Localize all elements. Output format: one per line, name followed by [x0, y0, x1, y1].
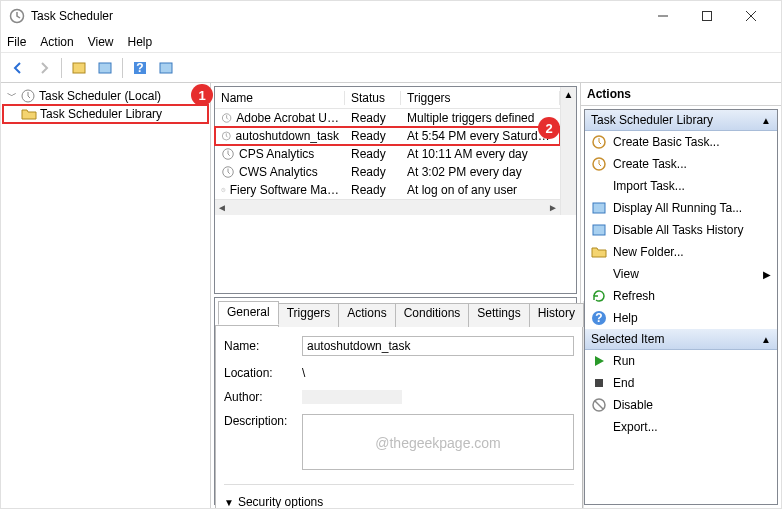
running-icon: [591, 200, 607, 216]
tree-root[interactable]: ﹀ Task Scheduler (Local): [3, 87, 208, 105]
clock-icon: [221, 111, 232, 125]
none-icon: [591, 266, 607, 282]
col-triggers[interactable]: Triggers: [401, 91, 560, 105]
action-item[interactable]: Display All Running Ta...: [585, 197, 777, 219]
task-list: Name Status Triggers Adobe Acrobat U…Rea…: [215, 87, 560, 199]
action-item[interactable]: Export...: [585, 416, 777, 438]
clock-icon: [591, 134, 607, 150]
action-label: Help: [613, 311, 771, 325]
task-row[interactable]: Fiery Software Ma…ReadyAt log on of any …: [215, 181, 560, 199]
action-item[interactable]: Import Task...: [585, 175, 777, 197]
toolbar-icon-2[interactable]: [94, 57, 116, 79]
task-trigger: At 3:02 PM every day: [401, 165, 560, 179]
location-label: Location:: [224, 366, 294, 380]
help-icon: ?: [591, 310, 607, 326]
col-status[interactable]: Status: [345, 91, 401, 105]
action-item[interactable]: End: [585, 372, 777, 394]
vertical-scrollbar[interactable]: ▲: [560, 87, 576, 215]
task-list-header: Name Status Triggers: [215, 87, 560, 109]
menu-action[interactable]: Action: [40, 35, 73, 49]
description-input[interactable]: @thegeekpage.com: [302, 414, 574, 470]
author-label: Author:: [224, 390, 294, 404]
action-item[interactable]: Disable: [585, 394, 777, 416]
name-input[interactable]: [302, 336, 574, 356]
action-item[interactable]: New Folder...: [585, 241, 777, 263]
toolbar-help-icon[interactable]: ?: [129, 57, 151, 79]
action-label: End: [613, 376, 771, 390]
location-value: \: [302, 366, 305, 380]
tab-actions[interactable]: Actions: [338, 303, 395, 327]
menu-view[interactable]: View: [88, 35, 114, 49]
action-label: New Folder...: [613, 245, 771, 259]
menu-help[interactable]: Help: [128, 35, 153, 49]
tab-triggers[interactable]: Triggers: [278, 303, 340, 327]
details-scrollbar[interactable]: [583, 301, 584, 509]
action-label: Run: [613, 354, 771, 368]
actions-title: Actions: [581, 83, 781, 106]
tab-conditions[interactable]: Conditions: [395, 303, 470, 327]
action-item[interactable]: Create Task...: [585, 153, 777, 175]
close-button[interactable]: [729, 2, 773, 30]
col-name[interactable]: Name: [215, 91, 345, 105]
menu-file[interactable]: File: [7, 35, 26, 49]
author-value: [302, 390, 402, 404]
task-row[interactable]: CWS AnalyticsReadyAt 3:02 PM every day: [215, 163, 560, 181]
action-item[interactable]: Run: [585, 350, 777, 372]
toolbar-icon-1[interactable]: [68, 57, 90, 79]
details-tabs: General Triggers Actions Conditions Sett…: [215, 301, 583, 325]
task-status: Ready: [345, 111, 401, 125]
task-row[interactable]: CPS AnalyticsReadyAt 10:11 AM every day: [215, 145, 560, 163]
back-button[interactable]: [7, 57, 29, 79]
svg-text:?: ?: [136, 61, 143, 75]
task-row[interactable]: Adobe Acrobat U…ReadyMultiple triggers d…: [215, 109, 560, 127]
action-item[interactable]: Create Basic Task...: [585, 131, 777, 153]
actions-group-selected[interactable]: Selected Item ▲: [585, 329, 777, 350]
task-status: Ready: [345, 183, 401, 197]
clock-icon: [221, 147, 235, 161]
task-status: Ready: [345, 147, 401, 161]
general-tab-body: Name: Location: \ Author:: [215, 325, 583, 509]
svg-rect-6: [160, 63, 172, 73]
export-icon: [591, 419, 607, 435]
maximize-button[interactable]: [685, 2, 729, 30]
actions-group-library[interactable]: Task Scheduler Library ▲: [585, 110, 777, 131]
task-trigger: At log on of any user: [401, 183, 560, 197]
action-item[interactable]: Disable All Tasks History: [585, 219, 777, 241]
tab-history[interactable]: History: [529, 303, 584, 327]
disable-icon: [591, 397, 607, 413]
action-label: Display All Running Ta...: [613, 201, 771, 215]
clock-icon: [221, 165, 235, 179]
action-label: Create Basic Task...: [613, 135, 771, 149]
main-content: ﹀ Task Scheduler (Local) Task Scheduler …: [1, 83, 781, 508]
menubar: File Action View Help: [1, 31, 781, 53]
action-item[interactable]: View▶: [585, 263, 777, 285]
toolbar-icon-4[interactable]: [155, 57, 177, 79]
action-item[interactable]: ?Help: [585, 307, 777, 329]
window-title: Task Scheduler: [31, 9, 641, 23]
tree-library[interactable]: Task Scheduler Library: [3, 105, 208, 123]
task-name: autoshutdown_task: [236, 129, 339, 143]
task-name: CPS Analytics: [239, 147, 314, 161]
tree-root-label: Task Scheduler (Local): [39, 89, 161, 103]
horizontal-scrollbar[interactable]: ◄►: [215, 199, 560, 215]
tab-general[interactable]: General: [218, 301, 279, 325]
tree-collapse-icon[interactable]: ﹀: [7, 89, 17, 103]
security-options[interactable]: ▼ Security options: [224, 495, 574, 509]
toolbar: ?: [1, 53, 781, 83]
action-label: View: [613, 267, 757, 281]
action-item[interactable]: Refresh: [585, 285, 777, 307]
minimize-button[interactable]: [641, 2, 685, 30]
task-trigger: Multiple triggers defined: [401, 111, 560, 125]
forward-button[interactable]: [33, 57, 55, 79]
svg-text:?: ?: [595, 311, 602, 325]
titlebar: Task Scheduler: [1, 1, 781, 31]
name-label: Name:: [224, 339, 294, 353]
action-label: Refresh: [613, 289, 771, 303]
task-details: General Triggers Actions Conditions Sett…: [215, 301, 576, 504]
actions-pane: Actions Task Scheduler Library ▲ Create …: [581, 83, 781, 508]
group2-header: Selected Item: [591, 332, 664, 346]
folder-icon: [591, 244, 607, 260]
task-row[interactable]: autoshutdown_taskReadyAt 5:54 PM every S…: [215, 127, 560, 145]
clock-icon: [221, 129, 232, 143]
tab-settings[interactable]: Settings: [468, 303, 529, 327]
